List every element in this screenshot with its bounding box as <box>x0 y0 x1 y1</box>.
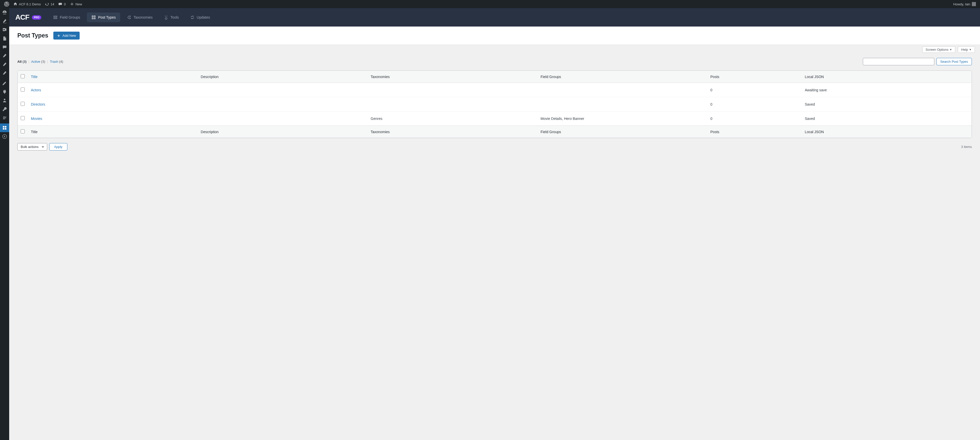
filter-all[interactable]: All (3) <box>18 60 27 64</box>
column-footer-title[interactable]: Title <box>28 125 198 138</box>
svg-rect-9 <box>54 16 57 17</box>
sidebar-item-pages[interactable] <box>0 34 9 43</box>
home-icon <box>13 2 18 6</box>
column-footer-field-groups[interactable]: Field Groups <box>538 125 707 138</box>
column-header-posts[interactable]: Posts <box>708 71 802 83</box>
column-footer-posts[interactable]: Posts <box>708 125 802 138</box>
plus-icon <box>70 2 74 6</box>
updates-count: 14 <box>51 2 54 6</box>
acf-logo[interactable]: ACF PRO <box>15 13 41 21</box>
site-name-menu[interactable]: ACF 6.1 Demo <box>11 0 43 8</box>
filter-active[interactable]: Active (3) <box>31 60 45 64</box>
bulk-actions-select[interactable]: Bulk actions <box>18 143 47 151</box>
admin-bar-left: ACF 6.1 Demo 14 0 New <box>2 0 84 8</box>
sidebar-item-plugins[interactable] <box>0 87 9 96</box>
row-local-json-cell: Awaiting save <box>802 83 972 97</box>
column-footer-taxonomies[interactable]: Taxonomies <box>368 125 538 138</box>
caret-down-icon: ▼ <box>950 48 952 51</box>
search-input[interactable] <box>863 58 934 65</box>
sidebar-item-cpt-1[interactable] <box>0 51 9 60</box>
row-checkbox[interactable] <box>21 87 25 92</box>
sidebar-item-appearance[interactable] <box>0 79 9 87</box>
tab-label: Taxonomies <box>134 15 153 19</box>
post-types-icon <box>91 15 96 20</box>
svg-rect-5 <box>5 126 6 127</box>
row-title-link[interactable]: Movies <box>31 117 42 121</box>
column-header-title[interactable]: Title <box>28 71 198 83</box>
screen-options-button[interactable]: Screen Options ▼ <box>922 46 956 53</box>
svg-rect-14 <box>94 18 95 19</box>
sidebar-item-settings[interactable] <box>0 113 9 122</box>
search-button[interactable]: Search Post Types <box>936 58 972 65</box>
my-account-menu[interactable]: Howdy, Iain <box>951 0 978 8</box>
table-body: Actors0Awaiting saveDirectors0SavedMovie… <box>18 83 972 125</box>
sidebar-item-tools[interactable] <box>0 105 9 113</box>
greeting-text: Howdy, Iain <box>953 2 970 6</box>
sidebar-item-cpt-2[interactable] <box>0 60 9 69</box>
column-header-local-json[interactable]: Local JSON <box>802 71 972 83</box>
row-local-json-cell: Saved <box>802 97 972 111</box>
tab-tools[interactable]: Tools <box>159 13 183 22</box>
sidebar-item-users[interactable] <box>0 96 9 105</box>
filter-trash[interactable]: Trash (4) <box>50 60 63 64</box>
row-checkbox[interactable] <box>21 116 25 120</box>
row-description-cell <box>198 97 368 111</box>
updates-tab-icon <box>190 15 195 20</box>
avatar-icon <box>972 2 976 6</box>
tab-taxonomies[interactable]: Taxonomies <box>122 13 157 22</box>
row-title-cell: Movies <box>28 111 198 125</box>
row-posts-cell: 0 <box>708 97 802 111</box>
column-footer-description[interactable]: Description <box>198 125 368 138</box>
column-header-field-groups[interactable]: Field Groups <box>538 71 707 83</box>
title-bar: Post Types Add New <box>9 27 980 45</box>
row-posts-cell: 0 <box>708 83 802 97</box>
wordpress-logo-icon <box>4 2 9 6</box>
sidebar-item-acf[interactable] <box>0 124 9 132</box>
new-content-menu[interactable]: New <box>68 0 84 8</box>
help-label: Help <box>961 48 968 51</box>
sidebar-item-dashboard[interactable] <box>0 8 9 17</box>
sidebar-item-collapse[interactable] <box>0 132 9 141</box>
column-footer-local-json[interactable]: Local JSON <box>802 125 972 138</box>
svg-rect-6 <box>3 128 4 130</box>
column-header-taxonomies[interactable]: Taxonomies <box>368 71 538 83</box>
row-title-link[interactable]: Directors <box>31 102 45 106</box>
row-title-link[interactable]: Actors <box>31 88 41 92</box>
acf-logo-text: ACF <box>15 13 29 21</box>
tab-field-groups[interactable]: Field Groups <box>48 13 85 22</box>
row-field-groups-cell <box>538 83 707 97</box>
row-checkbox[interactable] <box>21 102 25 106</box>
sidebar-item-cpt-3[interactable] <box>0 69 9 78</box>
comments-count: 0 <box>64 2 65 6</box>
row-taxonomies-cell: Genres <box>368 111 538 125</box>
add-new-button[interactable]: Add New <box>53 32 80 40</box>
updates-menu[interactable]: 14 <box>43 0 56 8</box>
comment-icon <box>58 2 62 6</box>
row-taxonomies-cell <box>368 83 538 97</box>
row-description-cell <box>198 83 368 97</box>
content-area: ACF PRO Field Groups Post Types Taxonomi… <box>9 8 980 158</box>
tab-label: Field Groups <box>60 15 80 19</box>
acf-header: ACF PRO Field Groups Post Types Taxonomi… <box>9 8 980 27</box>
acf-pro-badge: PRO <box>32 15 41 20</box>
sidebar-item-comments[interactable] <box>0 43 9 51</box>
search-box: Search Post Types <box>863 58 972 65</box>
bulk-apply-button[interactable]: Apply <box>49 143 67 151</box>
plus-icon <box>57 34 60 38</box>
comments-menu[interactable]: 0 <box>56 0 68 8</box>
updates-icon <box>45 2 49 6</box>
row-posts-cell: 0 <box>708 111 802 125</box>
select-all-checkbox[interactable] <box>21 74 25 78</box>
tab-post-types[interactable]: Post Types <box>87 13 120 22</box>
svg-point-1 <box>4 99 5 100</box>
sidebar-item-media[interactable] <box>0 25 9 34</box>
row-local-json-cell: Saved <box>802 111 972 125</box>
select-all-checkbox-footer[interactable] <box>21 129 25 133</box>
sidebar-item-posts[interactable] <box>0 17 9 25</box>
table-head: Title Description Taxonomies Field Group… <box>18 71 972 83</box>
help-button[interactable]: Help ▼ <box>958 46 975 53</box>
status-filters: All (3) | Active (3) | Trash (4) <box>18 60 63 64</box>
column-header-description[interactable]: Description <box>198 71 368 83</box>
wp-logo-menu[interactable] <box>2 0 11 8</box>
tab-updates[interactable]: Updates <box>186 13 215 22</box>
